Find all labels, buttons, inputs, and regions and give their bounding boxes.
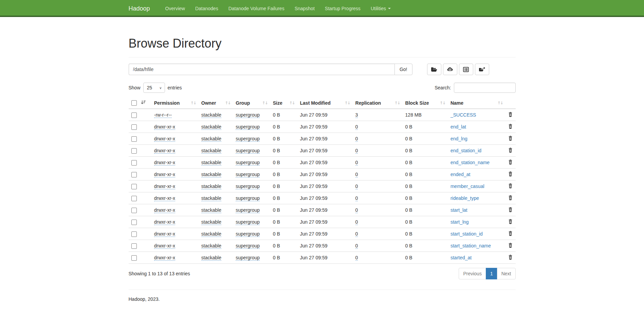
file-name-link[interactable]: start_lng: [450, 219, 469, 225]
row-checkbox[interactable]: [131, 243, 137, 249]
file-name-link[interactable]: member_casual: [450, 184, 484, 189]
brand-hadoop[interactable]: Hadoop: [129, 0, 155, 17]
replication-value[interactable]: 0: [355, 184, 358, 189]
group-value[interactable]: supergroup: [236, 172, 260, 177]
delete-button[interactable]: [508, 183, 513, 188]
permission-value[interactable]: -rw-r--r--: [154, 112, 172, 118]
file-name-link[interactable]: end_station_name: [450, 160, 490, 165]
replication-value[interactable]: 0: [355, 231, 358, 237]
group-value[interactable]: supergroup: [236, 255, 260, 261]
replication-value[interactable]: 0: [355, 124, 358, 130]
directory-path-input[interactable]: [129, 64, 394, 75]
owner-value[interactable]: stackable: [201, 219, 221, 225]
replication-value[interactable]: 0: [355, 219, 358, 225]
replication-value[interactable]: 0: [355, 207, 358, 213]
replication-value[interactable]: 0: [355, 160, 358, 166]
row-checkbox[interactable]: [131, 208, 137, 213]
go-button[interactable]: Go!: [394, 64, 412, 75]
list-alt-button[interactable]: [459, 64, 473, 75]
group-value[interactable]: supergroup: [236, 148, 260, 154]
permission-value[interactable]: drwxr-xr-x: [154, 255, 175, 261]
file-name-link[interactable]: end_lat: [450, 124, 466, 130]
group-value[interactable]: supergroup: [236, 160, 260, 166]
group-value[interactable]: supergroup: [236, 243, 260, 249]
owner-value[interactable]: stackable: [201, 195, 221, 201]
file-name-link[interactable]: _SUCCESS: [450, 112, 476, 118]
header-permission[interactable]: Permission↑↓: [151, 97, 199, 109]
group-value[interactable]: supergroup: [236, 112, 260, 118]
replication-value[interactable]: 3: [355, 112, 358, 118]
replication-value[interactable]: 0: [355, 255, 358, 261]
file-name-link[interactable]: started_at: [450, 255, 472, 260]
nav-item-snapshot[interactable]: Snapshot: [290, 0, 320, 17]
permission-value[interactable]: drwxr-xr-x: [154, 160, 175, 166]
file-name-link[interactable]: start_station_name: [450, 243, 491, 248]
row-checkbox[interactable]: [131, 113, 137, 118]
file-name-link[interactable]: ended_at: [450, 172, 470, 177]
next-button[interactable]: Next: [497, 268, 516, 279]
header-name[interactable]: Name↑↓: [448, 97, 505, 109]
owner-value[interactable]: stackable: [201, 124, 221, 130]
page-1-button[interactable]: 1: [486, 268, 497, 279]
owner-value[interactable]: stackable: [201, 160, 221, 166]
permission-value[interactable]: drwxr-xr-x: [154, 243, 175, 249]
group-value[interactable]: supergroup: [236, 231, 260, 237]
permission-value[interactable]: drwxr-xr-x: [154, 219, 175, 225]
delete-button[interactable]: [508, 136, 513, 141]
replication-value[interactable]: 0: [355, 195, 358, 201]
owner-value[interactable]: stackable: [201, 136, 221, 142]
permission-value[interactable]: drwxr-xr-x: [154, 195, 175, 201]
delete-button[interactable]: [508, 159, 513, 165]
row-checkbox[interactable]: [131, 172, 137, 177]
owner-value[interactable]: stackable: [201, 255, 221, 261]
permission-value[interactable]: drwxr-xr-x: [154, 124, 175, 130]
header-size[interactable]: Size↑↓: [270, 97, 297, 109]
row-checkbox[interactable]: [131, 136, 137, 142]
delete-button[interactable]: [508, 231, 513, 236]
page-size-select[interactable]: 25 ∨: [143, 83, 165, 93]
header-select-all[interactable]: [129, 97, 151, 109]
select-all-checkbox[interactable]: [131, 100, 137, 106]
owner-value[interactable]: stackable: [201, 172, 221, 177]
nav-item-datanode-volume-failures[interactable]: Datanode Volume Failures: [223, 0, 290, 17]
permission-value[interactable]: drwxr-xr-x: [154, 231, 175, 237]
folder-open-button[interactable]: [427, 64, 441, 75]
file-name-link[interactable]: start_station_id: [450, 231, 483, 237]
row-checkbox[interactable]: [131, 231, 137, 237]
cloud-upload-button[interactable]: [443, 64, 457, 75]
permission-value[interactable]: drwxr-xr-x: [154, 184, 175, 189]
permission-value[interactable]: drwxr-xr-x: [154, 136, 175, 142]
row-checkbox[interactable]: [131, 255, 137, 261]
nav-item-utilities[interactable]: Utilities: [366, 0, 396, 17]
group-value[interactable]: supergroup: [236, 184, 260, 189]
delete-button[interactable]: [508, 112, 513, 117]
nav-item-startup-progress[interactable]: Startup Progress: [320, 0, 366, 17]
replication-value[interactable]: 0: [355, 136, 358, 142]
permission-value[interactable]: drwxr-xr-x: [154, 172, 175, 177]
search-input[interactable]: [454, 83, 516, 93]
file-name-link[interactable]: rideable_type: [450, 195, 479, 201]
owner-value[interactable]: stackable: [201, 231, 221, 237]
group-value[interactable]: supergroup: [236, 195, 260, 201]
delete-button[interactable]: [508, 124, 513, 129]
group-value[interactable]: supergroup: [236, 207, 260, 213]
owner-value[interactable]: stackable: [201, 243, 221, 249]
previous-button[interactable]: Previous: [459, 268, 486, 279]
delete-button[interactable]: [508, 243, 513, 248]
owner-value[interactable]: stackable: [201, 148, 221, 154]
replication-value[interactable]: 0: [355, 148, 358, 154]
header-replication[interactable]: Replication↑↓: [353, 97, 403, 109]
row-checkbox[interactable]: [131, 196, 137, 201]
row-checkbox[interactable]: [131, 148, 137, 154]
owner-value[interactable]: stackable: [201, 184, 221, 189]
delete-button[interactable]: [508, 207, 513, 212]
file-name-link[interactable]: start_lat: [450, 207, 467, 213]
nav-item-datanodes[interactable]: Datanodes: [190, 0, 223, 17]
delete-button[interactable]: [508, 171, 513, 176]
group-value[interactable]: supergroup: [236, 124, 260, 130]
row-checkbox[interactable]: [131, 124, 137, 130]
file-name-link[interactable]: end_station_id: [450, 148, 481, 153]
owner-value[interactable]: stackable: [201, 207, 221, 213]
header-last-modified[interactable]: Last Modified↑↓: [297, 97, 353, 109]
folder-move-button[interactable]: [475, 64, 489, 75]
